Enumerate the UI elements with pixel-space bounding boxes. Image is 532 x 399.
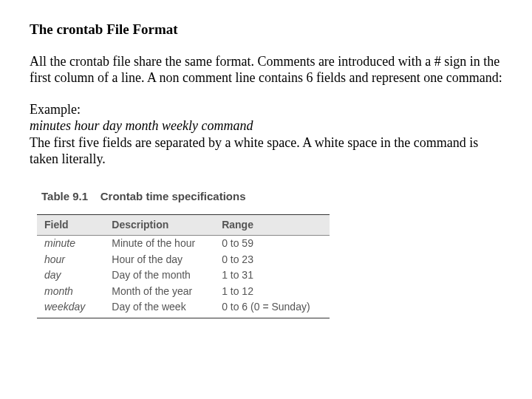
cell-field: minute xyxy=(37,236,104,252)
cell-desc: Minute of the hour xyxy=(104,236,214,252)
table-row: weekday Day of the week 0 to 6 (0 = Sund… xyxy=(37,299,330,318)
col-range: Range xyxy=(214,214,329,236)
table-caption: Table 9.1 Crontab time specifications xyxy=(37,190,502,204)
cell-desc: Day of the month xyxy=(104,267,214,284)
col-field: Field xyxy=(37,214,104,236)
col-desc: Description xyxy=(104,214,214,236)
table-area: Table 9.1 Crontab time specifications Fi… xyxy=(30,183,502,326)
slide: The crontab File Format All the crontab … xyxy=(0,0,532,341)
cell-desc: Hour of the day xyxy=(104,252,214,268)
cell-range: 0 to 6 (0 = Sunday) xyxy=(214,299,329,318)
cell-field: day xyxy=(37,267,104,284)
cell-range: 1 to 31 xyxy=(214,267,329,284)
page-title: The crontab File Format xyxy=(30,21,502,38)
table-row: hour Hour of the day 0 to 23 xyxy=(37,252,330,268)
cell-desc: Day of the week xyxy=(104,299,214,318)
cell-range: 0 to 23 xyxy=(214,252,329,268)
table-header-row: Field Description Range xyxy=(37,214,330,236)
cell-range: 1 to 12 xyxy=(214,284,329,300)
table-caption-text: Crontab time specifications xyxy=(100,190,246,202)
cell-desc: Month of the year xyxy=(104,284,214,300)
followup-paragraph: The first five fields are separated by a… xyxy=(30,134,502,168)
table-number: Table 9.1 xyxy=(41,190,88,202)
table-row: month Month of the year 1 to 12 xyxy=(37,284,330,300)
format-line: minutes hour day month weekly command xyxy=(30,117,502,134)
table-row: minute Minute of the hour 0 to 59 xyxy=(37,236,330,252)
intro-paragraph: All the crontab file share the same form… xyxy=(30,53,502,86)
example-label: Example: xyxy=(30,101,502,118)
cell-field: hour xyxy=(37,252,104,268)
table-row: day Day of the month 1 to 31 xyxy=(37,267,330,284)
cell-field: month xyxy=(37,284,104,300)
crontab-spec-table: Field Description Range minute Minute of… xyxy=(37,214,330,318)
cell-range: 0 to 59 xyxy=(214,236,329,252)
cell-field: weekday xyxy=(37,299,104,318)
